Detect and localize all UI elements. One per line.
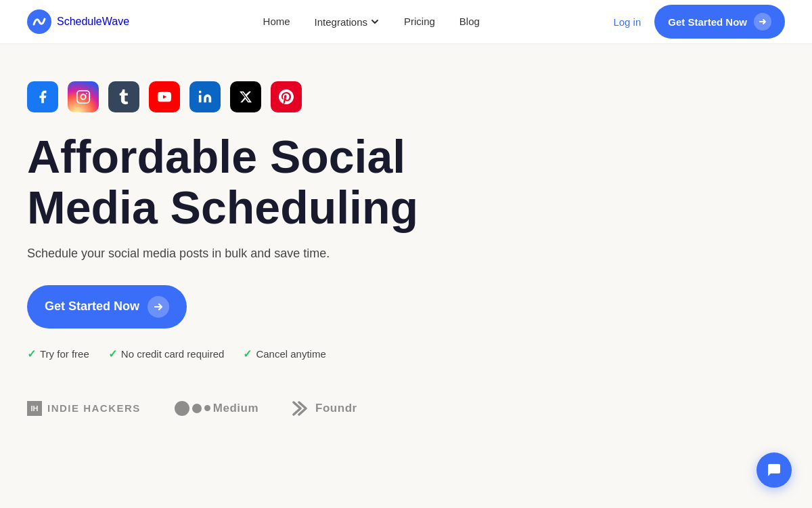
svg-rect-1 — [77, 91, 89, 103]
tumblr-icon[interactable] — [108, 81, 139, 112]
foundr-text: Foundr — [315, 402, 357, 415]
medium-text: Medium — [213, 402, 258, 415]
instagram-icon[interactable] — [68, 81, 99, 112]
logo-icon — [27, 9, 51, 34]
hero-headline: Affordable Social Media Scheduling — [27, 131, 447, 233]
nav-links: Home Integrations Pricing Blog — [263, 16, 480, 28]
arrow-icon-hero — [148, 296, 169, 318]
svg-point-5 — [199, 91, 202, 93]
x-twitter-icon[interactable] — [230, 81, 261, 112]
nav-right: Log in Get Started Now — [613, 5, 785, 39]
nav-integrations[interactable]: Integrations — [315, 16, 380, 28]
check-icon-cancel-anytime: ✓ — [243, 347, 252, 360]
badge-cancel-anytime: ✓ Cancel anytime — [243, 347, 325, 360]
pinterest-icon[interactable] — [271, 81, 302, 112]
check-icon-no-credit-card: ✓ — [108, 347, 117, 360]
foundr-logo: Foundr — [292, 401, 357, 416]
facebook-icon[interactable] — [27, 81, 58, 112]
indie-hackers-logo: IH INDIE HACKERS — [27, 401, 141, 416]
medium-icon-medium — [192, 404, 202, 413]
social-icons-row — [27, 81, 785, 112]
medium-icon-small — [204, 405, 210, 411]
nav-pricing[interactable]: Pricing — [404, 16, 435, 27]
hero-section: Affordable Social Media Scheduling Sched… — [0, 44, 812, 443]
chat-bubble-button[interactable] — [757, 452, 792, 488]
medium-logo: Medium — [175, 401, 258, 416]
login-button[interactable]: Log in — [613, 16, 641, 28]
trust-badges: ✓ Try for free ✓ No credit card required… — [27, 347, 785, 360]
logo[interactable]: ScheduleWave — [27, 9, 129, 34]
svg-rect-4 — [199, 95, 202, 102]
press-logos: IH INDIE HACKERS Medium Foundr — [27, 401, 785, 416]
nav-home[interactable]: Home — [263, 16, 290, 27]
get-started-button-hero[interactable]: Get Started Now — [27, 285, 187, 329]
get-started-button-nav[interactable]: Get Started Now — [654, 5, 785, 39]
navbar: ScheduleWave Home Integrations Pricing B… — [0, 0, 812, 44]
foundr-icon — [292, 401, 311, 416]
linkedin-icon[interactable] — [189, 81, 221, 112]
check-icon-try-free: ✓ — [27, 347, 36, 360]
medium-icon-large — [175, 401, 189, 416]
badge-try-free: ✓ Try for free — [27, 347, 89, 360]
indie-hackers-icon: IH — [27, 401, 42, 416]
hero-subheadline: Schedule your social media posts in bulk… — [27, 247, 352, 261]
nav-blog[interactable]: Blog — [459, 16, 480, 27]
logo-text: ScheduleWave — [57, 16, 129, 28]
badge-no-credit-card: ✓ No credit card required — [108, 347, 225, 360]
youtube-icon[interactable] — [149, 81, 180, 112]
chevron-down-icon — [370, 17, 380, 26]
arrow-icon-nav — [754, 13, 771, 30]
chat-icon — [766, 462, 782, 478]
indie-hackers-text: INDIE HACKERS — [47, 402, 141, 414]
